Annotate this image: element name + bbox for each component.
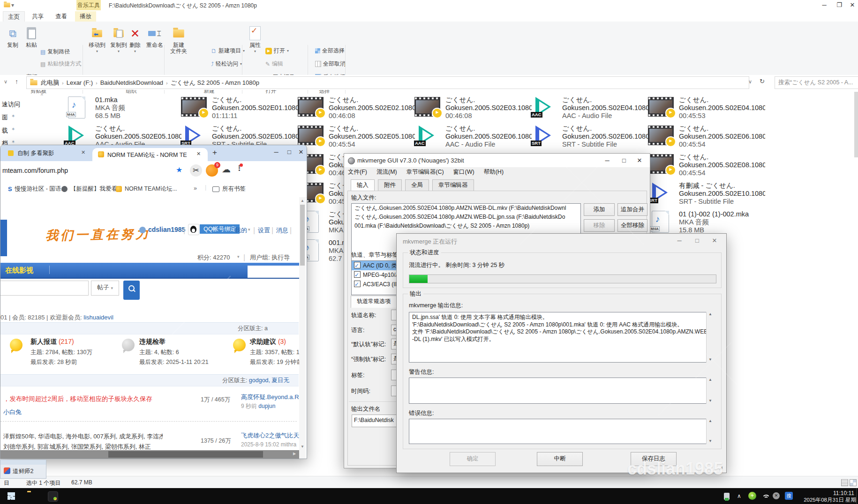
remove-all-button[interactable]: 全部移除 <box>617 219 647 232</box>
append-button[interactable]: 追加合并 <box>617 203 647 216</box>
input-file-row[interactable]: ごくせん.Gokusen.2005.S02E04.1080p.AMZN.WEB-… <box>352 204 580 213</box>
paste-shortcut-button[interactable]: ▤粘贴快捷方式 <box>40 60 81 68</box>
tab-close-icon[interactable]: ✕ <box>81 149 85 156</box>
new-tab-icon[interactable]: + <box>212 148 217 157</box>
tab-chapter-editor[interactable]: 章节编辑器 <box>432 179 474 191</box>
add-button[interactable]: 添加 <box>584 203 615 216</box>
wifi-icon[interactable] <box>761 494 769 499</box>
scroll-down-icon[interactable]: ▼ <box>301 445 304 449</box>
crumb-baidu[interactable]: BaiduNetdiskDownload <box>100 79 163 86</box>
scrollbar[interactable]: ▲▼ <box>706 312 714 363</box>
edit-button[interactable]: ✎编辑 <box>265 60 283 68</box>
file-tile[interactable]: ▶ ごくせん.Gokusen.2005.S02E06.1080p.A...00:… <box>648 125 766 148</box>
h-scrollbar-thumb[interactable] <box>108 451 263 458</box>
search-input[interactable]: 搜索“ごくせん S2 2005 - A... <box>775 76 858 89</box>
username-link[interactable]: cdslian1985 <box>148 226 185 233</box>
checkbox-checked-icon[interactable] <box>354 281 361 287</box>
move-to-button[interactable]: ⬅ 移动到▾ <box>86 24 108 54</box>
bookmark-star-icon[interactable]: ★ <box>176 165 182 174</box>
search-button[interactable] <box>123 281 140 300</box>
settings-link[interactable]: 设置 <box>258 226 270 235</box>
h-scrollbar[interactable]: ▶ <box>0 450 299 459</box>
cloud-extension-icon[interactable]: ☁ <box>222 164 231 175</box>
properties-button[interactable]: ✓ 属性▾ <box>246 24 264 54</box>
all-bookmarks-button[interactable]: 所有书签 <box>212 185 246 193</box>
category-link[interactable]: 新人报道 (217) <box>30 338 74 346</box>
easy-access-button[interactable]: ⤴轻松访问▾ <box>211 60 242 68</box>
file-tile[interactable]: ▶ ごくせん.Gokusen.2005.S02E01.1080p.A...01:… <box>181 96 299 120</box>
thread-subtitle-link[interactable]: 小白兔 <box>3 408 22 416</box>
recent-locations-dropdown[interactable]: ∨ <box>4 79 8 85</box>
scrollbar-thumb[interactable] <box>300 205 305 266</box>
input-file-row[interactable]: ごくせん.Gokusen.2005.S02E04.1080p.AMZN.WEB-… <box>352 213 580 222</box>
abort-button[interactable]: 中断 <box>537 452 583 466</box>
dialog-close-button[interactable]: ✕ <box>707 237 723 244</box>
category-link[interactable]: 求助建议 (3) <box>250 338 286 346</box>
minimize-button[interactable]: ─ <box>818 1 831 8</box>
start-button[interactable] <box>8 492 15 500</box>
tab-track-general-options[interactable]: 轨道常规选项 <box>351 296 397 308</box>
qq-bind-badge[interactable]: QQ帐号绑定 <box>200 224 240 234</box>
file-tile[interactable]: SRT ごくせん.Gokusen.2005.S02E06.1080p.A...S… <box>531 125 649 148</box>
output-log-textarea[interactable]: DL.jpn.ssa' 轨道 0: 使用 文本字幕 格式通用输出模块。 'F:\… <box>409 312 712 363</box>
sidebar-item-desktop[interactable]: 面 <box>2 113 8 122</box>
scrollbar[interactable]: ▲▼ <box>706 419 714 444</box>
browser-close-button[interactable]: ✕ <box>296 148 306 156</box>
show-desktop-button[interactable] <box>856 488 858 504</box>
mkv-maximize-button[interactable]: □ <box>616 157 632 164</box>
dialog-minimize-button[interactable]: ─ <box>671 237 688 244</box>
antivirus-tray-icon[interactable]: + <box>748 492 756 500</box>
new-member-link[interactable]: lishuaidevil <box>83 314 113 321</box>
file-tile[interactable]: ▶ ごくせん.Gokusen.2005.S02E04.1080p.A...00:… <box>648 96 766 120</box>
dialog-maximize-button[interactable]: □ <box>689 237 706 244</box>
section-title[interactable]: 在线影视 <box>5 266 33 275</box>
file-tile[interactable]: AAC ごくせん.Gokusen.2005.S02E06.1080p.A...A… <box>414 125 533 148</box>
scrollbar[interactable] <box>854 92 858 157</box>
tray-expand-icon[interactable]: ∧ <box>737 493 741 499</box>
new-folder-button[interactable]: 新建文件夹 <box>167 24 190 54</box>
thumbnail-view-icon[interactable] <box>850 479 857 486</box>
tab-close-icon[interactable]: ✕ <box>196 151 201 157</box>
input-method-icon[interactable]: 搜 <box>785 492 793 500</box>
quick-access-dropdown[interactable]: ▾ <box>11 2 14 8</box>
usb-tray-icon[interactable] <box>724 493 730 500</box>
bookmark-item[interactable]: S慢慢游社区 - 国语... <box>8 185 66 193</box>
thread-title[interactable]: 泽辉煌50年, 华语电影, 海外电影, 007系列, 成龙系列, 李连杰系 <box>3 432 163 441</box>
crumb-drive[interactable]: Lexar (F:) <box>67 79 93 86</box>
input-file-row[interactable]: 001.mka (F:\BaiduNetdiskDownload\ごくせん S2… <box>352 222 580 230</box>
background-window-fragment[interactable]: 道鲜师2 <box>0 460 46 479</box>
crumb-this-pc[interactable]: 此电脑 <box>41 79 59 87</box>
mkv-minimize-button[interactable]: ─ <box>599 157 615 164</box>
muted-tray-icon[interactable]: ✕ <box>773 492 780 499</box>
menu-chapter-editor[interactable]: 章节编辑器(C) <box>406 168 444 176</box>
tab-global[interactable]: 全局 <box>405 179 429 191</box>
new-item-button[interactable]: 🗋新建项目▾ <box>211 47 245 55</box>
maximize-button[interactable]: ❐ <box>833 1 846 8</box>
taskbar-app-icon[interactable] <box>48 491 58 502</box>
paste-button[interactable]: 粘贴 <box>21 24 42 48</box>
last-post-link[interactable]: 高度怀疑.Beyond.a.Rea <box>241 393 300 401</box>
last-post-link[interactable]: 飞虎雄心2之傲气比天高 <box>241 431 300 440</box>
browser-maximize-button[interactable]: □ <box>284 148 295 156</box>
refresh-icon[interactable]: ↻ <box>760 78 765 85</box>
thread-title[interactable]: ，发布时间超过2周后，移动至相应的子板块永久保存 <box>3 395 158 403</box>
moderator-link[interactable]: godgod, 夏日无 <box>249 377 289 384</box>
scissors-extension-icon[interactable]: ✂ <box>190 164 202 177</box>
menu-file[interactable]: 文件(F) <box>348 168 367 176</box>
select-all-button[interactable]: 全部选择 <box>315 47 345 55</box>
tab-share[interactable]: 共享 <box>27 11 48 22</box>
warnings-textarea[interactable] <box>409 378 712 404</box>
crumb-folder[interactable]: ごくせん S2 2005 - Amzn 1080p <box>171 79 259 87</box>
errors-textarea[interactable] <box>409 419 712 444</box>
browser-tab-2[interactable]: NORM TEAM论坛 - NORM TE ✕ <box>92 148 208 161</box>
menu-muxing[interactable]: 混流(M) <box>376 168 397 176</box>
copy-path-button[interactable]: ▤复制路径 <box>40 48 70 56</box>
file-tile[interactable]: AAC ごくせん.Gokusen.2005.S02E04.1080p.A...A… <box>531 96 649 120</box>
tab-attachments[interactable]: 附件 <box>378 179 402 191</box>
messages-link[interactable]: 消息 <box>276 226 288 235</box>
file-tile[interactable]: SRT 有删减 - ごくせん.Gokusen.2005.S02E10.1080p… <box>648 182 766 206</box>
select-none-button[interactable]: 全部取消 <box>315 60 346 68</box>
scroll-up-icon[interactable]: ▲ <box>301 199 304 203</box>
scrollbar[interactable]: ▲▼ <box>706 378 714 404</box>
up-button[interactable]: ↑ <box>15 78 18 85</box>
